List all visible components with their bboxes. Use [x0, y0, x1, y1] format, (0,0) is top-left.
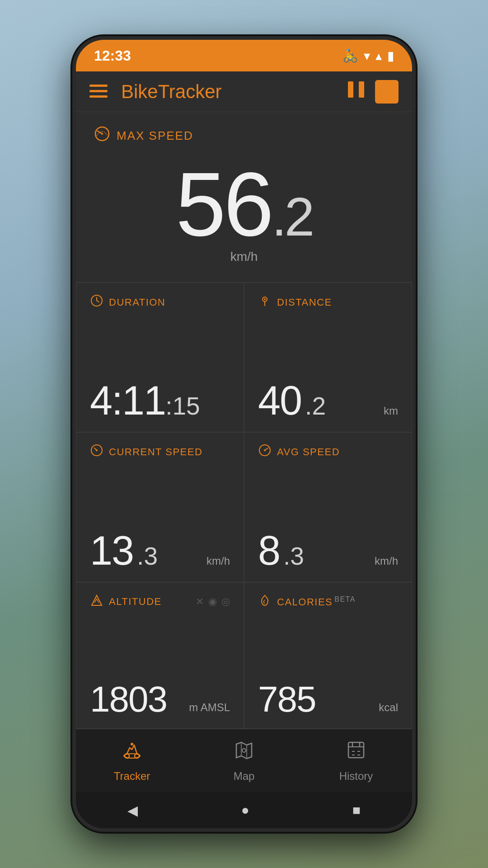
current-speed-label: CURRENT SPEED: [90, 443, 230, 460]
home-button[interactable]: ●: [241, 802, 249, 818]
battery-icon: ▮: [387, 48, 394, 63]
altitude-icon: [90, 594, 103, 610]
compass-icon: ◎: [221, 596, 230, 608]
speedometer-icon: [94, 126, 110, 146]
svg-point-9: [264, 298, 266, 300]
back-button[interactable]: ◀: [127, 802, 138, 818]
satellite-icon: ✕: [196, 596, 204, 608]
distance-label: DISTANCE: [258, 294, 398, 311]
avg-speed-icon: [258, 443, 272, 460]
tracker-icon: [121, 739, 143, 766]
duration-title: DURATION: [109, 297, 165, 308]
current-speed-title: CURRENT SPEED: [109, 446, 202, 458]
svg-point-18: [242, 749, 246, 752]
svg-rect-0: [89, 85, 108, 87]
distance-cell: DISTANCE 40.2 km: [244, 283, 412, 432]
duration-icon: [90, 294, 103, 311]
nav-tracker[interactable]: Tracker: [76, 739, 188, 783]
calories-icon: [258, 594, 272, 610]
distance-icon: [258, 294, 272, 311]
altitude-unit: m AMSL: [189, 701, 230, 717]
calories-cell: CALORIESBETA 785 kcal: [244, 582, 412, 729]
nav-history[interactable]: History: [300, 739, 412, 783]
status-time: 12:33: [94, 47, 131, 64]
svg-point-13: [264, 449, 266, 451]
calories-title: CALORIESBETA: [277, 595, 356, 608]
recent-button[interactable]: ■: [352, 802, 361, 818]
altitude-cell: ALTITUDE ✕ ◉ ◎ 1803 m AMSL: [76, 582, 244, 729]
avg-speed-value: 8.3 km/h: [258, 530, 398, 571]
current-speed-value: 13.3 km/h: [90, 530, 230, 571]
status-bar: 12:33 🚴 ▾ ▴ ▮: [76, 40, 412, 71]
toolbar: BikeTracker: [76, 71, 412, 112]
cycling-icon: 🚴: [343, 48, 358, 63]
bottom-nav: Tracker Map: [76, 729, 412, 792]
altitude-extra-icons: ✕ ◉ ◎: [196, 596, 230, 608]
duration-cell: DURATION 4:11:15: [76, 283, 244, 432]
system-nav-bar: ◀ ● ■: [76, 792, 412, 828]
svg-rect-3: [348, 81, 353, 98]
map-icon: [233, 739, 255, 766]
svg-rect-4: [359, 81, 364, 98]
svg-point-11: [96, 449, 98, 451]
max-speed-section: MAX SPEED 56.2 km/h: [76, 112, 412, 283]
duration-label: DURATION: [90, 294, 230, 311]
avg-speed-title: AVG SPEED: [277, 446, 340, 458]
main-content: MAX SPEED 56.2 km/h: [76, 112, 412, 729]
history-icon: [345, 739, 367, 766]
pause-button[interactable]: [346, 80, 366, 104]
tracker-label: Tracker: [114, 770, 150, 783]
max-speed-title: MAX SPEED: [117, 129, 193, 143]
toolbar-actions: [346, 80, 399, 104]
altitude-title: ALTITUDE: [109, 596, 162, 608]
avg-speed-label: AVG SPEED: [258, 443, 398, 460]
status-icons: 🚴 ▾ ▴ ▮: [343, 48, 394, 63]
menu-icon[interactable]: [89, 83, 108, 101]
calories-value: 785 kcal: [258, 681, 398, 717]
nav-map[interactable]: Map: [188, 739, 300, 783]
distance-unit: km: [384, 405, 398, 421]
svg-rect-1: [89, 90, 108, 92]
current-speed-icon: [90, 443, 103, 460]
avg-speed-unit: km/h: [375, 555, 398, 571]
max-speed-number: 56.2: [94, 159, 394, 250]
current-speed-unit: km/h: [206, 555, 230, 571]
max-speed-label: MAX SPEED: [94, 126, 394, 146]
distance-value: 40.2 km: [258, 380, 398, 421]
app-title: BikeTracker: [121, 81, 346, 103]
svg-rect-19: [348, 742, 364, 758]
max-speed-value: 56.2: [94, 150, 394, 250]
calories-unit: kcal: [379, 701, 398, 717]
svg-point-17: [131, 743, 133, 745]
svg-point-6: [101, 133, 103, 135]
stop-button[interactable]: [375, 80, 399, 104]
location-icon: ◉: [208, 596, 217, 608]
avg-speed-cell: AVG SPEED 8.3 km/h: [244, 432, 412, 582]
wifi-icon: ▾: [364, 48, 370, 63]
distance-title: DISTANCE: [277, 297, 332, 308]
phone-frame: 12:33 🚴 ▾ ▴ ▮ BikeTracker: [72, 36, 416, 832]
history-label: History: [339, 770, 373, 783]
calories-label: CALORIESBETA: [258, 594, 398, 610]
map-label: Map: [234, 770, 255, 783]
signal-icon: ▴: [375, 48, 382, 63]
stats-grid: DURATION 4:11:15 DISTANCE: [76, 283, 412, 729]
altitude-value: 1803 m AMSL: [90, 681, 230, 717]
current-speed-cell: CURRENT SPEED 13.3 km/h: [76, 432, 244, 582]
duration-value: 4:11:15: [90, 380, 230, 421]
svg-rect-2: [89, 95, 108, 98]
max-speed-unit: km/h: [94, 250, 394, 273]
altitude-label: ALTITUDE ✕ ◉ ◎: [90, 594, 230, 610]
